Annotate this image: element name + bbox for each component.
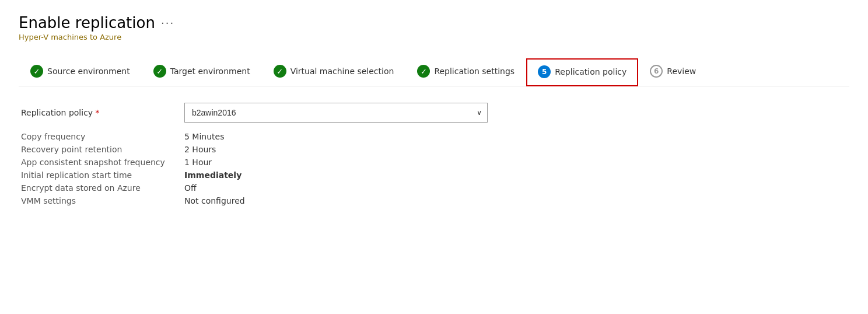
page-header: Enable replication ··· Hyper-V machines … [19, 14, 849, 41]
vmm-value: Not configured [184, 196, 245, 205]
policy-field-label: Replication policy * [21, 108, 184, 117]
step-review[interactable]: 6 Review [638, 58, 708, 86]
page-ellipsis[interactable]: ··· [161, 17, 174, 29]
page-subtitle: Hyper-V machines to Azure [19, 33, 849, 41]
step-source-environment[interactable]: ✓ Source environment [19, 58, 142, 86]
step-label-2: Target environment [170, 67, 250, 76]
recovery-point-value: 2 Hours [184, 145, 216, 154]
step-target-environment[interactable]: ✓ Target environment [142, 58, 262, 86]
check-icon-3: ✓ [274, 65, 286, 78]
snapshot-value: 1 Hour [184, 158, 212, 167]
step-num-5: 5 [538, 65, 551, 78]
copy-frequency-value: 5 Minutes [184, 132, 224, 141]
check-icon-4: ✓ [417, 65, 430, 78]
policy-dropdown-container: b2awin2016 ∨ [184, 103, 488, 123]
vmm-label: VMM settings [21, 196, 184, 205]
recovery-point-label: Recovery point retention [21, 145, 184, 154]
steps-bar: ✓ Source environment ✓ Target environmen… [19, 58, 849, 86]
required-indicator: * [96, 108, 100, 117]
encrypt-value: Off [184, 183, 197, 193]
initial-replication-value: Immediately [184, 170, 242, 180]
step-label-4: Replication settings [434, 67, 514, 76]
check-icon-2: ✓ [153, 65, 166, 78]
content-area: Replication policy * b2awin2016 ∨ Copy f… [19, 103, 849, 205]
check-icon-1: ✓ [30, 65, 43, 78]
step-num-6: 6 [650, 65, 663, 78]
policy-field-row: Replication policy * b2awin2016 ∨ [21, 103, 847, 123]
step-vm-selection[interactable]: ✓ Virtual machine selection [262, 58, 406, 86]
step-replication-settings[interactable]: ✓ Replication settings [405, 58, 526, 86]
snapshot-label: App consistent snapshot frequency [21, 158, 184, 167]
encrypt-row: Encrypt data stored on Azure Off [21, 183, 847, 193]
page-title: Enable replication ··· [19, 14, 849, 32]
step-label-6: Review [667, 67, 696, 76]
vmm-row: VMM settings Not configured [21, 196, 847, 205]
encrypt-label: Encrypt data stored on Azure [21, 183, 184, 193]
initial-replication-row: Initial replication start time Immediate… [21, 170, 847, 180]
copy-frequency-label: Copy frequency [21, 132, 184, 141]
step-label-3: Virtual machine selection [290, 67, 394, 76]
step-label-5: Replication policy [555, 67, 626, 76]
snapshot-row: App consistent snapshot frequency 1 Hour [21, 158, 847, 167]
recovery-point-row: Recovery point retention 2 Hours [21, 145, 847, 154]
step-label-1: Source environment [47, 67, 130, 76]
policy-info-section: Copy frequency 5 Minutes Recovery point … [21, 132, 847, 205]
step-replication-policy[interactable]: 5 Replication policy [526, 58, 638, 86]
copy-frequency-row: Copy frequency 5 Minutes [21, 132, 847, 141]
policy-dropdown[interactable]: b2awin2016 [184, 103, 488, 123]
initial-replication-label: Initial replication start time [21, 170, 184, 180]
